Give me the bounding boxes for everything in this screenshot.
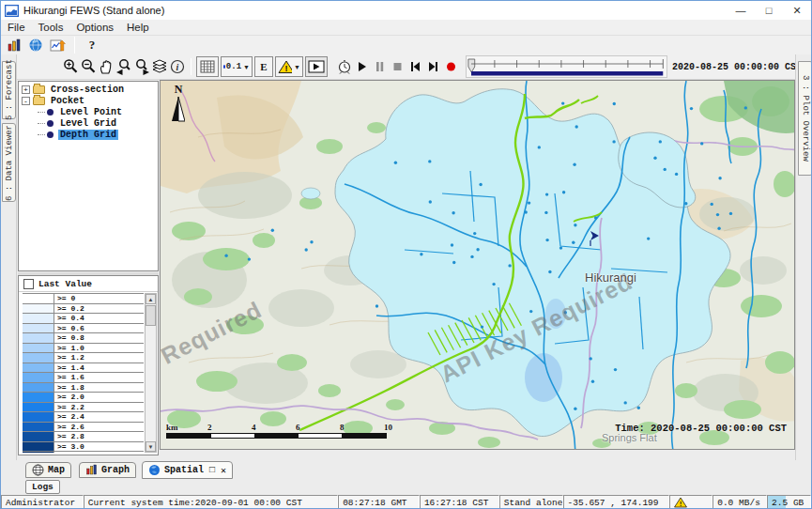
tree-expander-icon[interactable]: +: [22, 85, 30, 94]
scale-tick-label: 10: [384, 423, 392, 432]
tab-restore-icon[interactable]: □: [209, 465, 215, 475]
info-button[interactable]: i: [168, 56, 186, 77]
legend-row[interactable]: >= 1.0: [23, 344, 144, 354]
menu-options[interactable]: Options: [69, 22, 120, 33]
legend-row[interactable]: >= 3.0: [23, 442, 144, 453]
tab-graph[interactable]: Graph: [79, 462, 136, 478]
menu-help[interactable]: Help: [120, 22, 156, 33]
status-user: Administrator: [1, 495, 84, 509]
tab-data-viewer[interactable]: 6 : Data Viewer: [2, 123, 16, 202]
animation-settings-button[interactable]: [335, 56, 353, 77]
svg-text:!: !: [285, 64, 288, 73]
legend-class-label: >= 0.6: [54, 324, 144, 333]
record-button[interactable]: [442, 56, 460, 77]
menu-tools[interactable]: Tools: [32, 22, 70, 33]
legend-row[interactable]: >= 2.8: [23, 432, 144, 442]
map-canvas[interactable]: [161, 81, 795, 450]
scroll-down-button[interactable]: ▼: [146, 441, 156, 452]
node-bullet-icon: [47, 109, 54, 116]
globe-button[interactable]: [26, 37, 45, 54]
legend-row[interactable]: >= 0.2: [23, 304, 144, 315]
status-mode: Stand alone: [499, 495, 563, 509]
zoom-previous-button[interactable]: [115, 56, 132, 77]
tab-map[interactable]: Map: [25, 462, 71, 478]
map-view[interactable]: API Key Required API Key Required N Hiku…: [160, 80, 795, 450]
tree-item-pocket[interactable]: -Pocket: [19, 95, 158, 106]
status-warning[interactable]: !: [669, 495, 712, 509]
last-value-checkbox[interactable]: [23, 279, 34, 289]
tree-item-depth-grid[interactable]: Depth Grid: [19, 129, 158, 140]
data-viewer-panel: +Cross-section-PocketLevel PointLevel Gr…: [17, 80, 160, 460]
help-button[interactable]: ?: [83, 37, 101, 54]
layers-button[interactable]: [150, 56, 168, 77]
zoom-next-button[interactable]: [132, 56, 150, 77]
tab-plot-overview[interactable]: 3 : Plot Overview: [798, 61, 812, 176]
zoom-out-button[interactable]: [79, 56, 97, 77]
legend-color-swatch: [23, 353, 54, 362]
time-slider[interactable]: [466, 55, 667, 78]
tab-spatial[interactable]: Spatial □ ✕: [142, 461, 233, 479]
timeseries-chart-button[interactable]: [48, 37, 67, 54]
node-bullet-icon: [47, 131, 54, 138]
scrollbar-thumb[interactable]: [146, 305, 156, 326]
legend-row[interactable]: >= 2.0: [23, 393, 144, 403]
close-button[interactable]: ✕: [783, 1, 811, 20]
status-network-rate: 0.0 MB/s: [712, 495, 767, 509]
legend-color-swatch: [23, 393, 54, 402]
step-back-button[interactable]: [406, 56, 424, 77]
layer-tree: +Cross-section-PocketLevel PointLevel Gr…: [18, 81, 159, 271]
tree-item-cross-section[interactable]: +Cross-section: [19, 84, 158, 95]
legend-class-label: >= 3.2: [54, 452, 144, 453]
legend-row[interactable]: >= 1.2: [23, 353, 144, 363]
class-interval-dropdown[interactable]: 0.1 ▼: [221, 56, 253, 77]
play-button[interactable]: [353, 56, 371, 77]
legend-class-label: >= 2.6: [54, 423, 144, 432]
legend-row[interactable]: >= 3.2: [23, 452, 144, 453]
pan-hand-button[interactable]: [97, 56, 115, 77]
legend-row[interactable]: >= 0.8: [23, 333, 144, 344]
tab-spatial-label: Spatial: [164, 465, 204, 475]
legend-row[interactable]: >= 1.6: [23, 373, 144, 383]
legend-row[interactable]: >= 0.4: [23, 314, 144, 324]
legend-row[interactable]: >= 0: [23, 294, 144, 304]
legend-row[interactable]: >= 1.4: [23, 363, 144, 374]
label-toggle-button[interactable]: E: [254, 56, 273, 77]
explorer-button[interactable]: [5, 37, 23, 54]
scale-unit-label: km: [166, 423, 178, 432]
legend-color-swatch: [23, 333, 54, 343]
legend-row[interactable]: >= 1.8: [23, 383, 144, 393]
maximize-button[interactable]: □: [755, 1, 783, 20]
legend-row[interactable]: >= 2.2: [23, 403, 144, 413]
tree-item-level-point[interactable]: Level Point: [19, 106, 158, 117]
animation-panel-button[interactable]: [305, 56, 328, 77]
warning-threshold-dropdown[interactable]: ! ▼: [275, 56, 303, 77]
stop-button[interactable]: [389, 56, 406, 77]
tree-expander-icon[interactable]: -: [22, 97, 30, 105]
bar-chart-icon: [85, 464, 98, 476]
left-tab-strip: 5 : Forecast 6 : Data Viewer: [1, 54, 17, 460]
scroll-up-button[interactable]: ▲: [146, 294, 156, 304]
logs-button[interactable]: Logs: [25, 480, 60, 494]
legend-row[interactable]: >= 2.6: [23, 423, 144, 433]
legend-row[interactable]: >= 2.4: [23, 412, 144, 423]
legend-color-swatch: [23, 344, 54, 353]
pause-button[interactable]: [371, 56, 389, 77]
legend-row[interactable]: >= 0.6: [23, 324, 144, 334]
legend-class-label: >= 1.0: [54, 344, 144, 353]
zoom-in-button[interactable]: [61, 56, 79, 77]
tree-item-level-grid[interactable]: Level Grid: [19, 117, 158, 129]
status-gmt-time: 08:27:18 GMT: [338, 495, 420, 509]
svg-text:!: !: [679, 501, 682, 508]
tab-close-icon[interactable]: ✕: [221, 465, 226, 476]
application-window: Hikurangi FEWS (Stand alone) — □ ✕ File …: [0, 0, 812, 509]
tab-map-label: Map: [48, 465, 65, 475]
minimize-button[interactable]: —: [727, 1, 755, 20]
tab-forecast[interactable]: 5 : Forecast: [2, 61, 16, 119]
legend-header: Last Value: [19, 276, 158, 292]
step-forward-button[interactable]: [424, 56, 442, 77]
grid-toggle-button[interactable]: [196, 56, 219, 77]
legend-scrollbar[interactable]: ▲ ▼: [145, 293, 157, 453]
svg-text:i: i: [176, 62, 178, 72]
menu-file[interactable]: File: [1, 22, 32, 33]
legend-class-label: >= 1.4: [54, 363, 144, 373]
